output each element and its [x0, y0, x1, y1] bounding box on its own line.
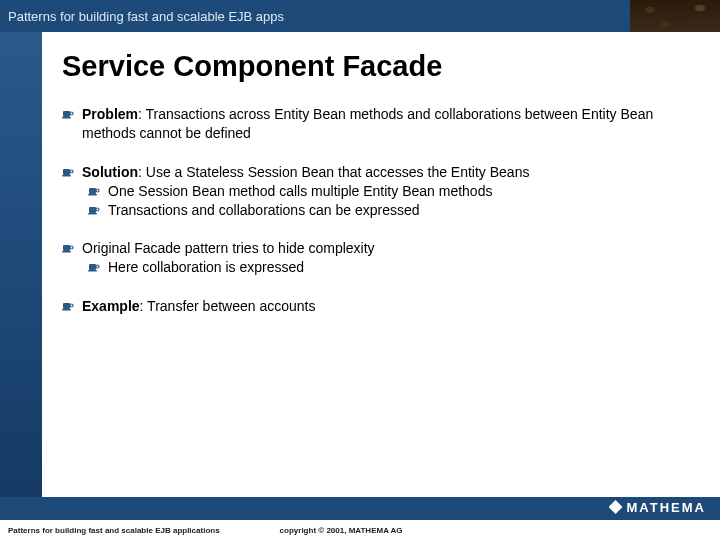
svg-rect-7 [96, 189, 99, 192]
cup-icon [88, 204, 100, 216]
svg-rect-3 [63, 169, 70, 175]
sub-bullet-text: One Session Bean method calls multiple E… [108, 182, 696, 201]
sidebar-gradient [0, 32, 42, 500]
svg-rect-11 [88, 213, 97, 215]
mathema-logo: MATHEMA [609, 500, 706, 515]
bullet-item: Solution: Use a Stateless Session Bean t… [62, 163, 696, 220]
svg-rect-2 [62, 117, 71, 119]
slide-content: Service Component Facade Problem: Transa… [42, 32, 720, 500]
svg-rect-19 [70, 304, 73, 307]
bullet-item: Problem: Transactions across Entity Bean… [62, 105, 696, 143]
svg-rect-0 [63, 111, 70, 117]
svg-rect-20 [62, 309, 71, 311]
bullet-item: Original Facade pattern tries to hide co… [62, 239, 696, 277]
bullet-item: Example: Transfer between accounts [62, 297, 696, 316]
logo-diamond-icon [609, 500, 623, 514]
bullet-text: Original Facade pattern tries to hide co… [82, 239, 696, 258]
svg-rect-6 [89, 188, 96, 194]
coffee-beans-image [630, 0, 720, 32]
cup-icon [62, 108, 74, 120]
svg-rect-18 [63, 303, 70, 309]
svg-rect-5 [62, 175, 71, 177]
slide-title: Service Component Facade [62, 50, 696, 83]
svg-rect-12 [63, 245, 70, 251]
footer-copyright: copyright © 2001, MATHEMA AG [280, 526, 403, 535]
cup-icon [88, 185, 100, 197]
cup-icon [62, 242, 74, 254]
svg-rect-8 [88, 194, 97, 196]
bullet-text: Solution: Use a Stateless Session Bean t… [82, 163, 696, 182]
svg-rect-13 [70, 246, 73, 249]
svg-rect-14 [62, 251, 71, 253]
bullet-text: Problem: Transactions across Entity Bean… [82, 105, 696, 143]
svg-rect-9 [89, 207, 96, 213]
header-title: Patterns for building fast and scalable … [0, 9, 284, 24]
svg-rect-10 [96, 208, 99, 211]
cup-icon [62, 166, 74, 178]
svg-rect-1 [70, 112, 73, 115]
sub-bullet-text: Here collaboration is expressed [108, 258, 696, 277]
header-bar: Patterns for building fast and scalable … [0, 0, 720, 32]
logo-text: MATHEMA [627, 500, 706, 515]
sub-bullet-text: Transactions and collaborations can be e… [108, 201, 696, 220]
svg-rect-15 [89, 264, 96, 270]
svg-rect-17 [88, 270, 97, 272]
svg-rect-16 [96, 265, 99, 268]
cup-icon [62, 300, 74, 312]
cup-icon [88, 261, 100, 273]
footer-text-row: Patterns for building fast and scalable … [0, 520, 720, 540]
footer-left-text: Patterns for building fast and scalable … [8, 526, 220, 535]
bullet-text: Example: Transfer between accounts [82, 297, 696, 316]
footer-bar: MATHEMA [0, 497, 720, 517]
svg-rect-4 [70, 170, 73, 173]
